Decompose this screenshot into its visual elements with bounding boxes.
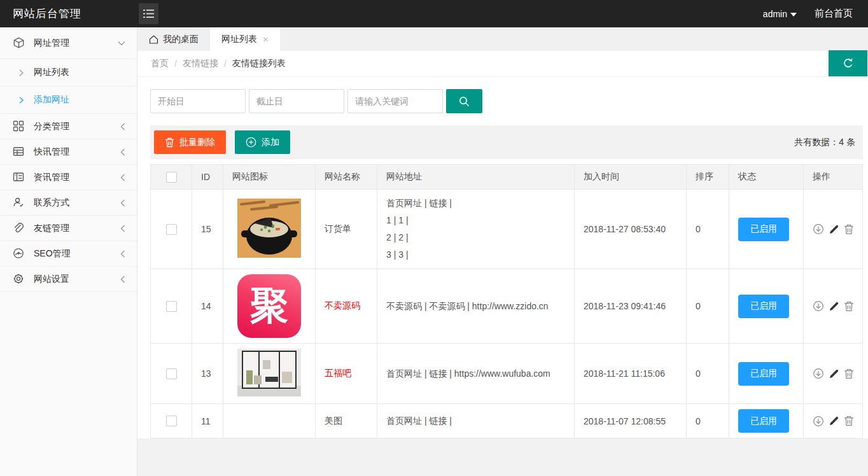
- download-circle-icon[interactable]: [813, 300, 824, 312]
- row-id: 13: [192, 344, 223, 404]
- sidebar-item-add-url[interactable]: 添加网址: [0, 87, 137, 114]
- col-header-site-icon: 网站图标: [223, 165, 316, 190]
- status-enabled-button[interactable]: 已启用: [738, 409, 789, 433]
- main-content: 我的桌面 网址列表 × 首页 / 友情链接 / 友情链接列表: [137, 27, 868, 476]
- top-bar: 网站后台管理 admin 前台首页: [0, 0, 868, 27]
- status-enabled-button[interactable]: 已启用: [738, 362, 789, 386]
- row-id: 15: [192, 190, 223, 269]
- col-header-sort: 排序: [687, 165, 729, 190]
- table-row: 15 订货单 首页网址 | 链接 |1 | 1 |2 | 2 |3 | 3 | …: [151, 190, 863, 269]
- breadcrumb-home[interactable]: 首页: [151, 58, 169, 69]
- sidebar-item-contact[interactable]: 联系方式: [0, 190, 137, 216]
- row-checkbox[interactable]: [166, 301, 177, 312]
- site-icon-image: [237, 199, 301, 258]
- sidebar-item-info-manage[interactable]: 资讯管理: [0, 165, 137, 190]
- contact-person-icon: [13, 197, 25, 209]
- sidebar-item-label: 友链管理: [34, 223, 120, 234]
- sort-value: 0: [687, 190, 729, 269]
- table-icon: [13, 146, 25, 158]
- col-header-id: ID: [192, 165, 223, 190]
- col-header-status: 状态: [729, 165, 804, 190]
- site-address: 首页网址 | 链接 | https://www.wufuba.com: [377, 344, 575, 404]
- search-button[interactable]: [446, 89, 482, 113]
- sidebar-item-label: 分类管理: [34, 121, 120, 132]
- app-title: 网站后台管理: [0, 6, 137, 21]
- globe-icon: [13, 248, 25, 260]
- news-icon: [13, 171, 25, 183]
- grid-icon: [13, 120, 25, 132]
- close-icon[interactable]: ×: [263, 34, 269, 45]
- select-all-checkbox[interactable]: [166, 172, 177, 183]
- links-table: ID 网站图标 网站名称 网站地址 加入时间 排序 状态 操作 15 订货单 首…: [150, 164, 863, 438]
- row-checkbox[interactable]: [166, 368, 177, 379]
- col-header-site-name: 网站名称: [316, 165, 377, 190]
- download-circle-icon[interactable]: [813, 416, 824, 427]
- tab-my-desktop[interactable]: 我的桌面: [137, 27, 210, 51]
- breadcrumb-friend-links[interactable]: 友情链接: [183, 58, 218, 69]
- status-enabled-button[interactable]: 已启用: [738, 295, 789, 318]
- start-date-input[interactable]: [150, 89, 246, 113]
- status-enabled-button[interactable]: 已启用: [738, 218, 789, 241]
- refresh-button[interactable]: [829, 50, 867, 76]
- sidebar-item-category-manage[interactable]: 分类管理: [0, 114, 137, 139]
- edit-pencil-icon[interactable]: [829, 416, 839, 426]
- row-id: 14: [192, 269, 223, 344]
- home-icon: [149, 35, 158, 44]
- row-checkbox[interactable]: [166, 416, 177, 426]
- site-icon-image: 聚: [237, 274, 301, 338]
- sidebar-item-site-settings[interactable]: 网站设置: [0, 267, 137, 292]
- tab-url-list[interactable]: 网址列表 ×: [210, 27, 280, 51]
- download-circle-icon[interactable]: [813, 368, 824, 379]
- edit-pencil-icon[interactable]: [829, 301, 839, 312]
- site-icon-image: [237, 349, 301, 396]
- sidebar: 网址管理 网址列表 添加网址 分类管理: [0, 27, 137, 476]
- join-time: 2018-11-21 11:15:06: [575, 344, 687, 404]
- paperclip-icon: [13, 222, 25, 234]
- user-dropdown[interactable]: admin: [763, 9, 797, 19]
- batch-delete-button[interactable]: 批量删除: [154, 130, 226, 154]
- sort-value: 0: [687, 404, 729, 438]
- sort-value: 0: [687, 269, 729, 344]
- sidebar-item-label: SEO管理: [34, 248, 120, 260]
- chevron-left-icon: [120, 276, 125, 283]
- delete-trash-icon[interactable]: [844, 301, 854, 312]
- front-site-link[interactable]: 前台首页: [815, 8, 853, 20]
- tab-label: 我的桌面: [163, 34, 199, 45]
- sidebar-item-url-list[interactable]: 网址列表: [0, 59, 137, 87]
- edit-pencil-icon[interactable]: [829, 224, 839, 235]
- trash-icon: [165, 137, 174, 148]
- keyword-input[interactable]: [347, 89, 443, 113]
- sidebar-toggle-button[interactable]: [139, 3, 158, 24]
- search-icon: [458, 95, 470, 108]
- sort-value: 0: [687, 344, 729, 404]
- sidebar-item-news-flash-manage[interactable]: 快讯管理: [0, 139, 137, 165]
- download-circle-icon[interactable]: [813, 223, 824, 235]
- end-date-input[interactable]: [249, 89, 344, 113]
- delete-trash-icon[interactable]: [844, 368, 854, 379]
- sidebar-subitem-label: 网址列表: [34, 67, 69, 78]
- delete-trash-icon[interactable]: [844, 416, 854, 426]
- row-checkbox[interactable]: [166, 224, 177, 235]
- sidebar-item-label: 网址管理: [34, 38, 118, 49]
- breadcrumb: 首页 / 友情链接 / 友情链接列表: [137, 51, 868, 77]
- content-card: 首页 / 友情链接 / 友情链接列表: [137, 51, 868, 438]
- delete-trash-icon[interactable]: [844, 224, 854, 235]
- table-row: 11 美图 首页网址 | 链接 | 2018-11-07 12:08:55 0 …: [151, 404, 863, 438]
- batch-delete-label: 批量删除: [179, 137, 215, 148]
- table-toolbar: 批量删除 添加 共有数据：4 条: [150, 125, 863, 159]
- add-button[interactable]: 添加: [235, 130, 290, 154]
- breadcrumb-separator: /: [174, 59, 177, 69]
- sidebar-item-friend-links[interactable]: 友链管理: [0, 216, 137, 241]
- chevron-down-icon: [790, 13, 797, 17]
- row-id: 11: [192, 404, 223, 438]
- chevron-left-icon: [120, 174, 125, 181]
- sidebar-subitem-label: 添加网址: [34, 94, 69, 106]
- tab-bar: 我的桌面 网址列表 ×: [137, 27, 868, 51]
- sidebar-item-label: 网站设置: [34, 274, 120, 285]
- site-address: 首页网址 | 链接 |: [377, 404, 575, 438]
- sidebar-item-seo-manage[interactable]: SEO管理: [0, 241, 137, 267]
- sidebar-item-url-manage[interactable]: 网址管理: [0, 27, 137, 59]
- edit-pencil-icon[interactable]: [829, 368, 839, 379]
- site-name: 五福吧: [316, 344, 377, 404]
- tab-label: 网址列表: [221, 34, 257, 45]
